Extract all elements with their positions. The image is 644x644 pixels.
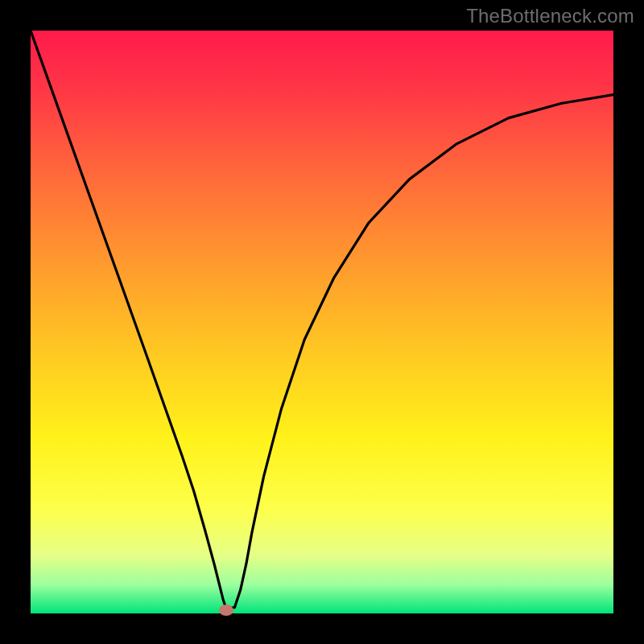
watermark-text: TheBottleneck.com — [466, 5, 634, 27]
plot-area — [31, 31, 613, 613]
bottleneck-curve — [31, 31, 613, 613]
optimum-marker — [219, 605, 233, 616]
chart-frame: TheBottleneck.com — [0, 0, 644, 644]
